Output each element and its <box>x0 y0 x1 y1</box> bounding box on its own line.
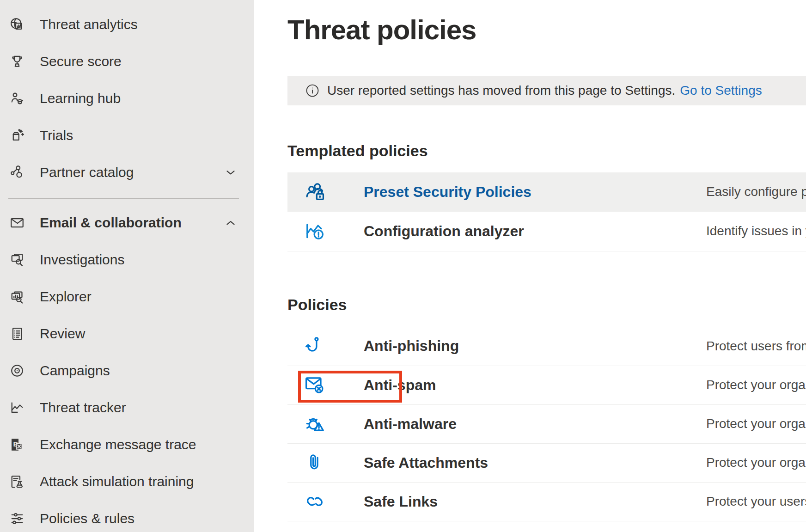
sidebar-item-policies-rules[interactable]: Policies & rules <box>0 500 254 532</box>
sidebar: Threat analytics Secure score <box>0 0 254 532</box>
attack-simulation-icon <box>8 473 26 490</box>
sidebar-item-label: Explorer <box>40 289 92 305</box>
sidebar-item-label: Campaigns <box>40 363 110 379</box>
templated-policies-list: Preset Security Policies Easily configur… <box>287 172 806 251</box>
policy-row-description: Identify issues in yo <box>706 224 806 238</box>
campaigns-icon <box>8 362 26 379</box>
exchange-logo-icon: E <box>8 436 26 453</box>
sidebar-item-review[interactable]: Review <box>0 315 254 352</box>
sidebar-item-email-collaboration[interactable]: Email & collaboration <box>0 204 254 241</box>
sidebar-divider <box>8 198 239 199</box>
sidebar-item-investigations[interactable]: Investigations <box>0 241 254 278</box>
section-heading-templated-policies: Templated policies <box>287 142 806 159</box>
chevron-up-icon[interactable] <box>224 216 237 229</box>
policy-row-anti-phishing[interactable]: Anti-phishing Protect users from p <box>287 327 806 366</box>
go-to-settings-link[interactable]: Go to Settings <box>680 83 762 98</box>
policy-row-description: Easily configure prot <box>706 184 806 199</box>
sidebar-item-secure-score[interactable]: Secure score <box>0 43 254 80</box>
banner-message: User reported settings has moved from th… <box>327 83 675 98</box>
policy-row-label[interactable]: Safe Attachments <box>364 454 488 471</box>
policy-row-label[interactable]: Anti-malware <box>364 416 457 433</box>
sidebar-item-explorer[interactable]: Explorer <box>0 278 254 315</box>
info-banner: User reported settings has moved from th… <box>287 76 806 105</box>
policy-row-safe-attachments[interactable]: Safe Attachments Protect your organiz <box>287 443 806 482</box>
main-content: Threat policies User reported settings h… <box>254 0 806 532</box>
sidebar-item-label: Email & collaboration <box>40 215 182 231</box>
sidebar-item-label: Threat tracker <box>40 400 126 416</box>
policy-row-preset-security-policies[interactable]: Preset Security Policies Easily configur… <box>287 172 806 212</box>
policy-row-safe-links[interactable]: Safe Links Protect your users fr <box>287 482 806 521</box>
policy-row-description: Protect your organiz <box>706 455 806 470</box>
preset-security-policies-icon <box>303 180 327 204</box>
sidebar-item-trials[interactable]: Trials <box>0 117 254 154</box>
sidebar-item-label: Review <box>40 326 85 342</box>
anti-malware-icon <box>303 412 327 436</box>
threat-analytics-icon <box>8 16 26 33</box>
sidebar-item-label: Attack simulation training <box>40 474 194 489</box>
sidebar-item-label: Exchange message trace <box>40 437 196 453</box>
sidebar-item-label: Secure score <box>40 54 122 69</box>
sidebar-item-label: Trials <box>40 128 73 143</box>
info-icon <box>305 83 320 98</box>
sidebar-item-attack-simulation-training[interactable]: Attack simulation training <box>0 463 254 500</box>
trophy-icon <box>8 53 26 70</box>
sidebar-item-label: Partner catalog <box>40 165 134 180</box>
threat-tracker-icon <box>8 399 26 416</box>
sidebar-item-campaigns[interactable]: Campaigns <box>0 352 254 389</box>
chevron-down-icon[interactable] <box>224 166 237 179</box>
sidebar-item-threat-tracker[interactable]: Threat tracker <box>0 389 254 426</box>
page-title: Threat policies <box>287 14 806 47</box>
policy-row-label[interactable]: Anti-spam <box>364 377 436 394</box>
sidebar-item-threat-analytics[interactable]: Threat analytics <box>0 6 254 43</box>
sidebar-item-learning-hub[interactable]: Learning hub <box>0 80 254 117</box>
investigations-icon <box>8 251 26 269</box>
review-icon <box>8 325 26 342</box>
policy-row-label[interactable]: Safe Links <box>364 493 438 510</box>
learning-hub-icon <box>8 90 26 107</box>
partner-catalog-icon <box>8 164 26 181</box>
sidebar-item-exchange-message-trace[interactable]: E Exchange message trace <box>0 426 254 463</box>
policy-row-description: Protect your users fr <box>706 494 806 509</box>
paperclip-icon <box>303 451 327 475</box>
sidebar-item-label: Policies & rules <box>40 511 134 526</box>
sidebar-item-label: Threat analytics <box>40 17 138 32</box>
trials-icon <box>8 127 26 144</box>
defender-portal: Threat analytics Secure score <box>0 0 806 532</box>
section-heading-policies: Policies <box>287 296 806 313</box>
policy-row-description: Protect your organiz <box>706 378 806 392</box>
policy-row-description: Protect users from p <box>706 339 806 354</box>
sliders-icon <box>8 510 26 527</box>
sidebar-item-label: Investigations <box>40 252 124 268</box>
policy-row-label[interactable]: Configuration analyzer <box>364 223 524 240</box>
sidebar-item-partner-catalog[interactable]: Partner catalog <box>0 154 254 191</box>
anti-phishing-icon <box>303 334 327 358</box>
policy-row-description: Protect your organiz <box>706 416 806 431</box>
policy-row-label[interactable]: Preset Security Policies <box>364 183 531 201</box>
policy-row-anti-malware[interactable]: Anti-malware Protect your organiz <box>287 404 806 443</box>
policy-row-label[interactable]: Anti-phishing <box>364 337 459 355</box>
policies-list: Anti-phishing Protect users from p Anti-… <box>287 327 806 521</box>
policy-row-anti-spam[interactable]: Anti-spam Protect your organiz <box>287 366 806 404</box>
configuration-analyzer-icon <box>303 219 327 243</box>
explorer-icon <box>8 288 26 306</box>
envelope-icon <box>8 214 26 232</box>
sidebar-item-label: Learning hub <box>40 91 121 106</box>
chain-links-icon <box>303 489 327 514</box>
anti-spam-icon <box>303 373 327 397</box>
policy-row-configuration-analyzer[interactable]: Configuration analyzer Identify issues i… <box>287 212 806 251</box>
